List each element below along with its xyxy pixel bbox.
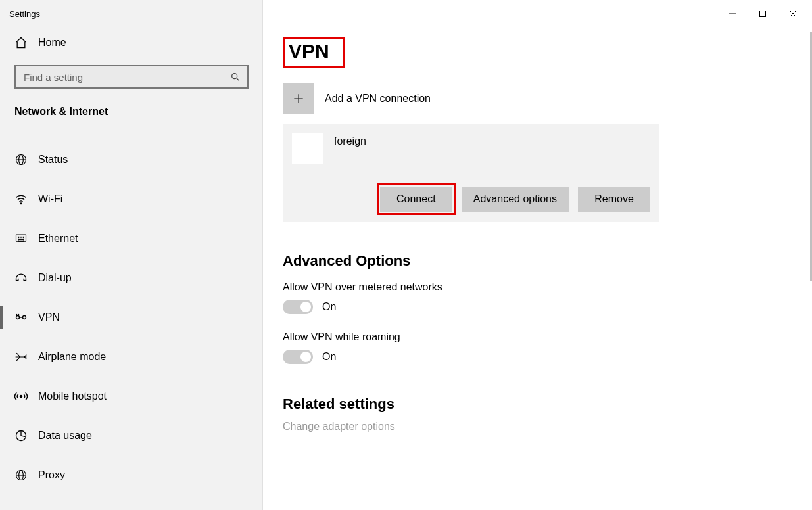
sidebar-item-label: Proxy (38, 469, 65, 481)
connect-button[interactable]: Connect (380, 187, 452, 212)
wifi-icon (14, 193, 28, 206)
sidebar-item-ethernet[interactable]: Ethernet (0, 219, 263, 258)
vpn-icon (14, 311, 28, 324)
maximize-icon (759, 10, 767, 18)
home-label: Home (38, 37, 66, 49)
sidebar-item-label: Data usage (38, 430, 92, 442)
sidebar-item-status[interactable]: Status (0, 140, 263, 179)
sidebar-item-label: VPN (38, 312, 60, 323)
svg-rect-7 (18, 240, 24, 242)
globe-icon (14, 469, 28, 482)
add-vpn-label: Add a VPN connection (325, 93, 431, 104)
sidebar-item-label: Status (38, 154, 68, 166)
svg-point-5 (20, 203, 22, 204)
related-settings-heading: Related settings (283, 396, 812, 413)
sidebar-item-label: Mobile hotspot (38, 390, 107, 402)
close-icon (789, 10, 797, 18)
sidebar-item-label: Airplane mode (38, 351, 106, 363)
sidebar-nav-list: Status Wi-Fi Ethernet (0, 140, 263, 495)
toggle-row-roaming: On (283, 350, 812, 364)
sidebar-item-label: Dial-up (38, 272, 72, 284)
setting-label-metered: Allow VPN over metered networks (283, 281, 812, 293)
window-controls (717, 4, 808, 24)
sidebar-item-vpn[interactable]: VPN (0, 298, 263, 337)
globe-net-icon (14, 153, 28, 166)
search-input[interactable] (22, 71, 230, 83)
airplane-icon (14, 350, 28, 363)
vpn-entry[interactable]: foreign (292, 133, 650, 164)
hotspot-icon (14, 390, 28, 403)
minimize-icon (728, 10, 736, 18)
close-button[interactable] (778, 4, 808, 24)
advanced-options-heading: Advanced Options (283, 252, 812, 269)
sidebar: Settings Home Network & Internet (0, 0, 263, 510)
settings-window: Settings Home Network & Internet (0, 0, 812, 510)
plus-icon (292, 92, 305, 105)
sidebar-item-label: Wi-Fi (38, 193, 62, 205)
vpn-connection-icon (292, 133, 323, 164)
sidebar-item-dialup[interactable]: Dial-up (0, 258, 263, 298)
search-box[interactable] (14, 65, 249, 89)
svg-point-12 (23, 316, 26, 319)
change-adapter-options-link[interactable]: Change adapter options (283, 421, 812, 432)
home-icon (14, 36, 28, 49)
sidebar-item-data-usage[interactable]: Data usage (0, 416, 263, 455)
add-vpn-connection[interactable]: Add a VPN connection (283, 83, 812, 114)
sidebar-section-heading: Network & Internet (0, 94, 263, 129)
svg-point-13 (20, 395, 22, 397)
toggle-state-roaming: On (322, 351, 336, 363)
window-title: Settings (0, 7, 263, 30)
page-title: VPN (289, 40, 329, 62)
sidebar-item-proxy[interactable]: Proxy (0, 455, 263, 495)
sidebar-item-airplane[interactable]: Airplane mode (0, 337, 263, 377)
maximize-button[interactable] (748, 4, 778, 24)
vpn-connection-panel: foreign Connect Advanced options Remove (283, 124, 659, 222)
page-title-highlight: VPN (283, 37, 345, 68)
svg-rect-19 (760, 11, 766, 17)
ethernet-icon (14, 232, 28, 245)
sidebar-item-wifi[interactable]: Wi-Fi (0, 179, 263, 219)
advanced-options-button[interactable]: Advanced options (462, 187, 569, 212)
svg-point-11 (16, 316, 20, 319)
plus-tile (283, 83, 314, 114)
main-content: VPN Add a VPN connection foreign Connect… (263, 0, 812, 510)
dialup-icon (14, 271, 28, 285)
remove-button[interactable]: Remove (578, 187, 650, 212)
toggle-roaming[interactable] (283, 350, 313, 364)
setting-label-roaming: Allow VPN while roaming (283, 331, 812, 343)
sidebar-item-label: Ethernet (38, 233, 78, 244)
svg-line-1 (237, 78, 239, 80)
vpn-actions: Connect Advanced options Remove (292, 187, 650, 212)
toggle-row-metered: On (283, 300, 812, 314)
search-container (0, 56, 263, 94)
vpn-connection-name: foreign (334, 133, 366, 147)
home-link[interactable]: Home (0, 30, 263, 56)
minimize-button[interactable] (717, 4, 748, 24)
toggle-state-metered: On (322, 301, 336, 313)
sidebar-item-hotspot[interactable]: Mobile hotspot (0, 377, 263, 416)
svg-point-0 (232, 74, 237, 79)
data-usage-icon (14, 429, 28, 442)
toggle-metered[interactable] (283, 300, 313, 314)
search-icon (230, 72, 241, 82)
